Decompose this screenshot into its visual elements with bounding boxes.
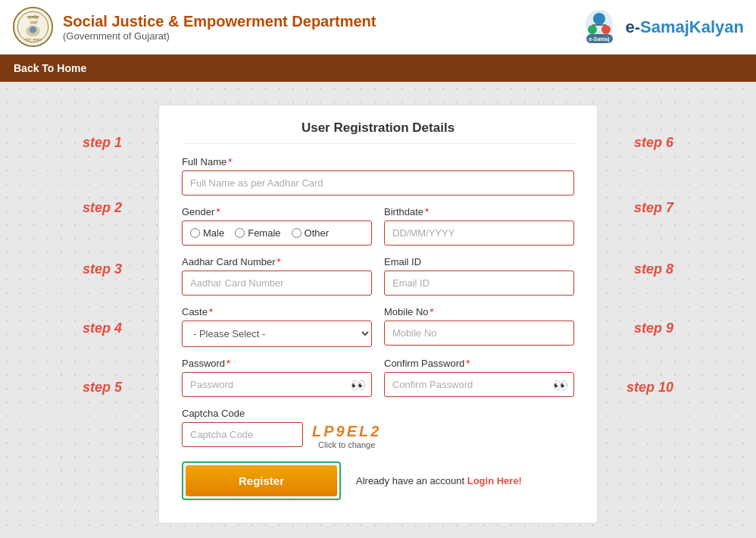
logo-text: e-SamajKalyan: [625, 17, 744, 37]
mobile-input[interactable]: [384, 321, 574, 346]
register-button[interactable]: Register: [186, 465, 337, 496]
header: सत्यमेव जयते भारत सरकार Social Justice &…: [0, 0, 756, 55]
gender-female-radio[interactable]: [235, 228, 245, 238]
form-title: User Registration Details: [182, 120, 574, 144]
login-link-section: Already have an account Login Here!: [356, 475, 522, 486]
full-name-label: Full Name*: [182, 156, 574, 167]
aadhar-email-row: Aadhar Card Number* Email ID: [182, 256, 574, 296]
captcha-code: LP9EL2: [312, 423, 381, 440]
svg-text:भारत सरकार: भारत सरकार: [24, 38, 42, 42]
step4-label: step 4: [83, 321, 122, 336]
step10-label: step 10: [626, 380, 673, 396]
gender-male-radio[interactable]: [190, 228, 200, 238]
govt-name: (Government of Gujarat): [63, 30, 376, 42]
step8-label: step 8: [634, 261, 673, 277]
step7-label: step 7: [634, 200, 673, 216]
email-input[interactable]: [384, 271, 574, 296]
captcha-label: Captcha Code: [182, 408, 303, 419]
register-section: Register Already have an account Login H…: [182, 461, 574, 500]
captcha-input-group: Captcha Code: [182, 408, 303, 447]
header-title: Social Justice & Empowerment Department …: [63, 13, 376, 42]
confirm-password-group: Confirm Password* 👀: [384, 358, 574, 397]
svg-point-8: [593, 13, 605, 25]
caste-select[interactable]: - Please Select -: [182, 321, 372, 347]
svg-text:e-Samaj: e-Samaj: [589, 36, 610, 42]
header-left: सत्यमेव जयते भारत सरकार Social Justice &…: [12, 6, 376, 48]
aadhar-input[interactable]: [182, 271, 372, 296]
svg-text:जयते: जयते: [29, 20, 38, 25]
email-group: Email ID: [384, 256, 574, 296]
login-prompt-text: Already have an account: [356, 475, 467, 486]
dept-name: Social Justice & Empowerment Department: [63, 13, 376, 30]
confirm-password-wrapper: 👀: [384, 372, 574, 397]
svg-text:सत्यमेव: सत्यमेव: [27, 14, 39, 20]
caste-mobile-row: Caste* - Please Select - Mobile No*: [182, 306, 574, 347]
full-name-group: Full Name*: [182, 156, 574, 195]
password-wrapper: 👀: [182, 372, 372, 397]
birthdate-label: Birthdate*: [384, 206, 574, 217]
captcha-input[interactable]: [182, 422, 303, 447]
register-btn-wrapper: Register: [182, 461, 341, 500]
caste-group: Caste* - Please Select -: [182, 306, 372, 347]
mobile-label: Mobile No*: [384, 306, 574, 317]
captcha-row: Captcha Code LP9EL2 Click to change: [182, 408, 574, 449]
step2-label: step 2: [83, 200, 122, 216]
svg-point-10: [601, 25, 611, 34]
gender-male-option[interactable]: Male: [190, 227, 224, 239]
govt-emblem: सत्यमेव जयते भारत सरकार: [12, 6, 54, 48]
gender-female-option[interactable]: Female: [235, 227, 280, 239]
confirm-password-label: Confirm Password*: [384, 358, 574, 369]
svg-point-5: [30, 27, 36, 33]
form-card: User Registration Details Full Name* Gen…: [158, 105, 598, 524]
confirm-password-eye-icon[interactable]: 👀: [553, 377, 568, 392]
captcha-change-link[interactable]: Click to change: [318, 440, 375, 449]
gender-other-radio[interactable]: [292, 228, 301, 238]
step9-label: step 9: [634, 321, 673, 336]
login-here-link[interactable]: Login Here!: [467, 475, 522, 486]
gender-birthdate-row: Gender* Male Female Other: [182, 206, 574, 246]
captcha-display: LP9EL2 Click to change: [312, 408, 381, 449]
back-to-home-link[interactable]: Back To Home: [0, 55, 100, 82]
svg-point-9: [588, 25, 597, 34]
esamaj-logo: e-Samaj e-SamajKalyan: [579, 8, 744, 46]
page-content: step 1 step 2 step 3 step 4 step 5 step …: [0, 82, 756, 538]
gender-group-container: Gender* Male Female Other: [182, 206, 372, 246]
password-row: Password* 👀 Confirm Password* 👀: [182, 358, 574, 397]
step1-label: step 1: [83, 135, 122, 151]
step3-label: step 3: [83, 261, 122, 277]
confirm-password-input[interactable]: [384, 372, 574, 397]
aadhar-label: Aadhar Card Number*: [182, 256, 372, 267]
step6-label: step 6: [634, 135, 673, 151]
gender-options: Male Female Other: [182, 221, 372, 246]
mobile-group: Mobile No*: [384, 306, 574, 347]
nav-bar: Back To Home: [0, 55, 756, 82]
full-name-input[interactable]: [182, 170, 574, 195]
gender-other-option[interactable]: Other: [292, 227, 330, 239]
form-wrapper: step 1 step 2 step 3 step 4 step 5 step …: [158, 105, 598, 524]
birthdate-input[interactable]: [384, 221, 574, 246]
birthdate-group: Birthdate*: [384, 206, 574, 246]
gender-label: Gender*: [182, 206, 372, 217]
logo-icon: e-Samaj: [579, 8, 620, 46]
password-eye-icon[interactable]: 👀: [351, 377, 366, 392]
password-label: Password*: [182, 358, 372, 369]
step5-label: step 5: [83, 380, 122, 396]
password-input[interactable]: [182, 372, 372, 397]
caste-label: Caste*: [182, 306, 372, 317]
email-label: Email ID: [384, 256, 574, 267]
aadhar-group: Aadhar Card Number*: [182, 256, 372, 296]
password-group: Password* 👀: [182, 358, 372, 397]
